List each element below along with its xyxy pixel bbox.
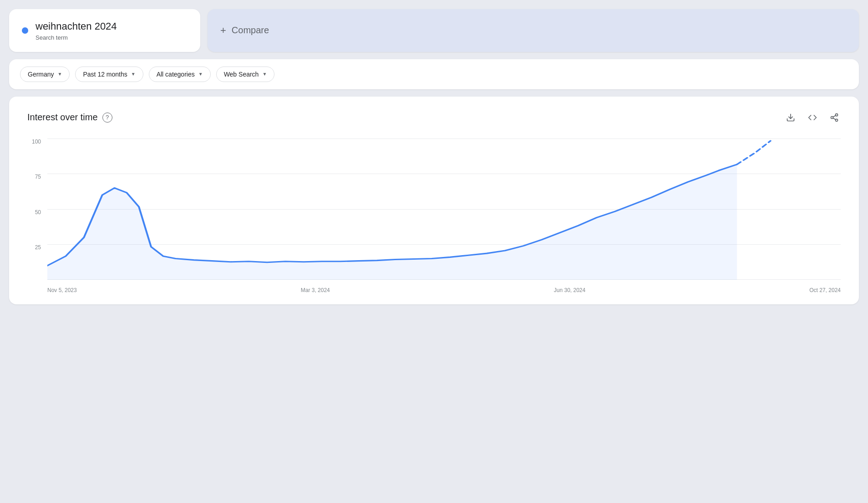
svg-line-5 [833,115,836,117]
y-label-75: 75 [27,174,41,180]
chart-inner [47,139,841,280]
download-button[interactable] [784,111,797,124]
search-type-label: Web Search [224,71,259,78]
trend-area-fill [47,164,737,279]
help-icon[interactable]: ? [102,113,112,123]
compare-plus-icon: + [220,25,226,36]
chart-header: Interest over time ? [27,111,841,124]
region-chevron-icon: ▼ [58,72,62,77]
x-label-nov2023: Nov 5, 2023 [47,287,77,293]
region-filter[interactable]: Germany ▼ [20,67,70,82]
x-label-jun2024: Jun 30, 2024 [554,287,585,293]
x-label-oct2024: Oct 27, 2024 [809,287,841,293]
time-range-filter[interactable]: Past 12 months ▼ [75,67,143,82]
trend-line-dotted [737,141,771,164]
filters-bar: Germany ▼ Past 12 months ▼ All categorie… [9,59,859,89]
search-term-title: weihnachten 2024 [36,20,117,33]
y-label-100: 100 [27,139,41,145]
y-label-25: 25 [27,244,41,251]
time-range-chevron-icon: ▼ [131,72,136,77]
search-type-filter[interactable]: Web Search ▼ [216,67,275,82]
y-axis-labels: 100 75 50 25 [27,139,41,293]
interest-over-time-card: Interest over time ? [9,97,859,304]
category-filter[interactable]: All categories ▼ [149,67,211,82]
search-term-card: weihnachten 2024 Search term [9,9,200,52]
compare-label: Compare [232,25,269,36]
compare-card[interactable]: + Compare [208,9,859,52]
search-term-text: weihnachten 2024 Search term [36,20,117,41]
category-label: All categories [157,71,195,78]
chart-title-group: Interest over time ? [27,112,112,123]
chart-actions [784,111,841,124]
svg-line-4 [833,118,836,119]
region-label: Germany [28,71,54,78]
share-icon [830,113,839,122]
embed-icon [808,113,817,122]
download-icon [786,113,795,122]
chart-area: 100 75 50 25 [27,139,841,293]
x-axis-labels: Nov 5, 2023 Mar 3, 2024 Jun 30, 2024 Oct… [47,287,841,293]
time-range-label: Past 12 months [83,71,127,78]
search-type-chevron-icon: ▼ [262,72,267,77]
search-term-subtitle: Search term [36,34,117,41]
share-button[interactable] [828,111,841,124]
embed-button[interactable] [806,111,819,124]
chart-title: Interest over time [27,112,98,123]
category-chevron-icon: ▼ [198,72,203,77]
y-label-50: 50 [27,209,41,216]
x-label-mar2024: Mar 3, 2024 [301,287,330,293]
search-dot [22,27,28,34]
trend-chart-svg [47,139,841,280]
